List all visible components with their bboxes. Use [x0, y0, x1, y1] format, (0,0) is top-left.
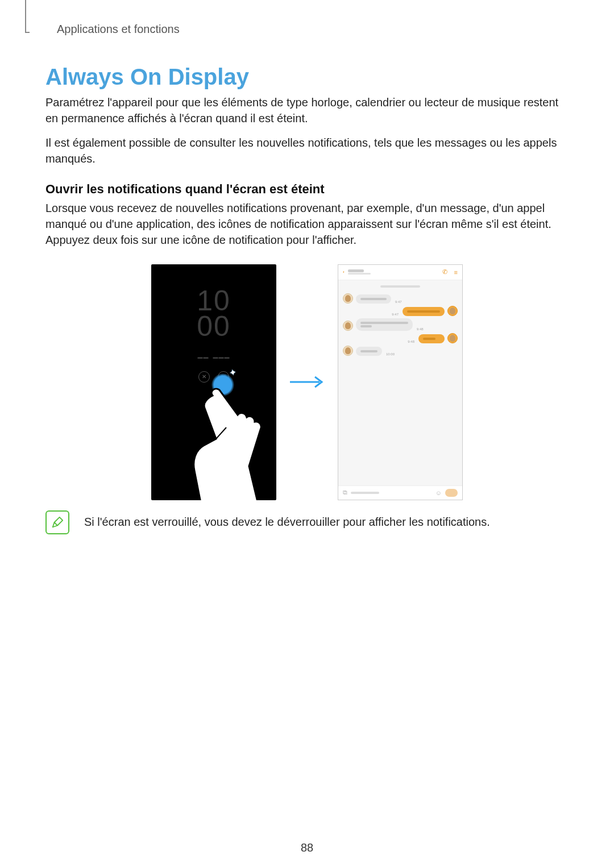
chat-header: ‹ ✆ ≡	[338, 265, 462, 280]
figure-chat-panel: ‹ ✆ ≡ 9:47 9:47	[338, 264, 463, 500]
message-timestamp: 9:47	[395, 300, 402, 304]
tap-hand-icon	[188, 387, 276, 500]
intro-paragraph-2: Il est également possible de consulter l…	[45, 135, 569, 167]
note-pencil-icon	[45, 510, 69, 534]
page-number: 88	[0, 841, 614, 854]
message-outgoing: 9:48	[338, 332, 462, 344]
intro-paragraph-1: Paramétrez l'appareil pour que les éléme…	[45, 94, 569, 127]
message-outgoing: 9:47	[338, 305, 462, 317]
back-icon[interactable]: ‹	[343, 269, 345, 275]
avatar-icon	[447, 306, 458, 316]
chat-input-bar: ⧉ ☺	[338, 485, 462, 500]
attach-icon[interactable]: ⧉	[343, 489, 347, 496]
note-text: Si l'écran est verrouillé, vous devez le…	[84, 514, 490, 530]
menu-icon[interactable]: ≡	[454, 269, 458, 276]
message-timestamp: 9:48	[408, 340, 414, 343]
avatar-icon	[343, 293, 353, 304]
message-timestamp: 10:00	[386, 352, 395, 356]
message-input-placeholder[interactable]	[351, 492, 432, 494]
aod-clock: 10 00	[151, 288, 276, 339]
message-bubble	[356, 318, 413, 331]
note-block: Si l'écran est verrouillé, vous devez le…	[45, 510, 569, 534]
avatar-icon	[343, 346, 353, 356]
tap-spark-icon: ✦	[228, 367, 237, 379]
section-label: Applications et fonctions	[57, 23, 569, 36]
figure-aod-panel: 10 00 ▬▬ ▬▬▬ ✕ ✉ ✦	[151, 264, 276, 500]
sub-heading: Ouvrir les notifications quand l'écran e…	[45, 182, 569, 197]
message-timestamp: 9:48	[417, 327, 424, 331]
emoji-icon[interactable]: ☺	[435, 489, 442, 496]
chat-date-separator	[338, 284, 462, 289]
arrow-right-icon	[289, 375, 325, 389]
figure-row: 10 00 ▬▬ ▬▬▬ ✕ ✉ ✦ ‹	[45, 264, 569, 500]
aod-clock-hours: 10	[151, 288, 276, 314]
message-bubble	[403, 307, 445, 316]
avatar-icon	[343, 321, 353, 331]
header-rule-horizontal	[26, 32, 30, 33]
missed-call-icon: ✕	[198, 371, 210, 383]
avatar-icon	[447, 333, 458, 343]
chat-contact-name	[348, 269, 435, 275]
message-incoming: 9:48	[338, 317, 462, 332]
message-bubble	[418, 334, 445, 343]
message-bubble	[356, 347, 382, 356]
aod-clock-minutes: 00	[151, 314, 276, 339]
sub-paragraph: Lorsque vous recevez de nouvelles notifi…	[45, 200, 569, 248]
message-bubble	[356, 294, 391, 304]
call-icon[interactable]: ✆	[442, 268, 447, 276]
page-title: Always On Display	[45, 64, 569, 90]
header-rule-vertical	[25, 0, 26, 33]
send-button[interactable]	[445, 489, 458, 497]
message-incoming: 9:47	[338, 292, 462, 305]
message-incoming: 10:00	[338, 344, 462, 357]
message-timestamp: 9:47	[392, 313, 399, 316]
document-page: Applications et fonctions Always On Disp…	[0, 0, 614, 868]
aod-date-smudge: ▬▬ ▬▬▬	[151, 354, 276, 360]
